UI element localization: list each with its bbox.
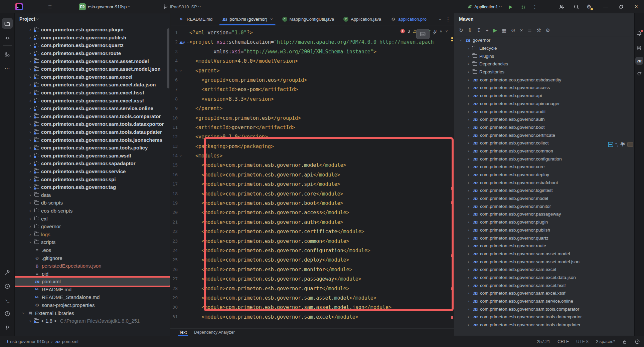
maven-tree-item[interactable]: ›mcom.primeton.esb.governor.deploy [454, 171, 634, 179]
problems-tool-icon[interactable] [2, 308, 13, 319]
project-tree-item[interactable]: ›governor [15, 223, 170, 231]
code-line[interactable]: 29 <module>com.primeton.esb.governor.sam… [170, 293, 454, 303]
maven-tree-item[interactable]: ›mcom.primeton.esb.governor.sam.asset.mo… [454, 258, 634, 266]
maven-tree-item[interactable]: ›Lifecycle [454, 44, 634, 52]
project-tree-item[interactable]: ›com.primeton.esb.governor.sam.asset.mod… [15, 65, 170, 73]
chevron-right-icon[interactable]: › [466, 125, 471, 130]
chevron-right-icon[interactable]: › [466, 109, 471, 114]
maven-tree-item[interactable]: ›mcom.primeton.esb.governor.quartz [454, 234, 634, 242]
vcs-branch-widget[interactable]: iPaaS910_SP › [163, 0, 200, 13]
editor-bottom-tab[interactable]: Text [179, 330, 187, 335]
code-line[interactable]: 21 <module>com.primeton.esb.governor.aut… [170, 218, 454, 227]
project-tree-item[interactable]: ›com.primeton.esb.governor.sam.tools.pol… [15, 144, 170, 152]
detach-icon[interactable]: × [520, 28, 523, 33]
chevron-right-icon[interactable]: › [28, 193, 32, 198]
chevron-right-icon[interactable]: › [466, 236, 471, 241]
structure-tool-icon[interactable] [2, 49, 13, 59]
maven-tree-item[interactable]: ›mcom.primeton.esb.governor.api [454, 92, 634, 100]
project-tree-item[interactable]: ›com.primeton.esb.governor.sam.asset.mod… [15, 57, 170, 65]
project-tree-item[interactable]: ›com.primeton.esb.governor.sam.tools.com… [15, 112, 170, 120]
debug-button[interactable] [518, 0, 528, 13]
maven-tree-item[interactable]: ›mcom.primeton.esb.governor.configuratio… [454, 155, 634, 163]
more-actions-button[interactable]: ⋮ [530, 0, 540, 13]
chevron-right-icon[interactable]: › [466, 275, 471, 280]
chevron-right-icon[interactable]: › [466, 220, 471, 225]
fold-chevron-icon[interactable]: › [176, 155, 185, 157]
maven-tree-item[interactable]: ›Dependencies [454, 60, 634, 68]
code-line[interactable]: 22 <module>com.primeton.esb.governor.cer… [170, 227, 454, 236]
caret-position[interactable]: 257:21 [537, 339, 550, 344]
close-button[interactable]: × [629, 0, 644, 13]
project-tree-item[interactable]: ›com.primeton.esb.governor.sapadaptor [15, 159, 170, 167]
skip-tests-icon[interactable]: ⊘ [511, 28, 515, 33]
chevron-right-icon[interactable]: › [28, 106, 32, 111]
floating-widget[interactable] [416, 29, 430, 39]
maven-tree-item[interactable]: ›mcom.primeton.esb.governor.access [454, 84, 634, 92]
chevron-right-icon[interactable]: › [28, 208, 32, 213]
project-tree-item[interactable]: ›com.primeton.esb.governor.sam.excel [15, 73, 170, 81]
maven-tree-item[interactable]: ›mcom.primeton.esb.governor.boot [454, 123, 634, 131]
chevron-right-icon[interactable]: › [28, 153, 32, 158]
editor-tab[interactable]: ⚙application.pro [386, 13, 431, 25]
chevron-down-icon[interactable]: › [21, 311, 26, 315]
maven-tree-item[interactable]: ›mcom.primeton.esb.governor.sam.excel [454, 266, 634, 274]
maven-tree-item[interactable]: ›mcom.primeton.esb.governor.publish [454, 226, 634, 234]
settings-icon[interactable]: ⚙ [546, 28, 550, 33]
chevron-right-icon[interactable]: › [28, 66, 32, 71]
project-tree-item[interactable]: ›M↓README.md [15, 286, 170, 294]
settings-button[interactable]: ⚙ [584, 0, 594, 13]
code-line[interactable]: 2m↓›<project xsi:schemaLocation="http://… [170, 37, 454, 47]
chevron-right-icon[interactable]: › [466, 148, 471, 153]
breadcrumb[interactable]: esb-governor-910sp › m pom.xml [5, 339, 78, 344]
chevron-right-icon[interactable]: › [466, 307, 471, 312]
project-tree-item[interactable]: ›com.primeton.esb.governor.sam.tools.dat… [15, 120, 170, 128]
code-line[interactable]: 13 <packaging>pom</packaging> [170, 142, 454, 151]
project-tree-item[interactable]: ›⊘.gitignore [15, 254, 170, 262]
chevron-right-icon[interactable]: › [466, 314, 471, 319]
chevron-right-icon[interactable]: › [28, 129, 32, 134]
chevron-right-icon[interactable]: › [28, 98, 32, 103]
chevron-right-icon[interactable]: › [28, 200, 32, 205]
code-line[interactable]: 31 <module>com.primeton.esb.governor.sam… [170, 312, 454, 322]
project-tree-item[interactable]: ›< 1.8 >C:\Program Files\Java\jdk1.8.0_2… [15, 317, 170, 325]
services-tool-icon[interactable] [2, 281, 13, 292]
minimize-button[interactable]: — [598, 0, 613, 13]
add-icon[interactable]: + [486, 28, 489, 33]
fold-chevron-icon[interactable]: › [176, 69, 185, 72]
main-menu-button[interactable]: ≡ [48, 0, 52, 13]
chevron-right-icon[interactable]: › [466, 61, 471, 66]
chevron-right-icon[interactable]: › [28, 145, 32, 150]
code-line[interactable]: 11 <artifactId>governor</artifactId> [170, 123, 454, 132]
tab-options-kebab-icon[interactable]: ⋮ [446, 16, 451, 22]
editor-tab[interactable]: CApplication.java [339, 13, 386, 25]
project-tree-item[interactable]: ›≡.eos [15, 246, 170, 254]
run-button[interactable]: ▶ [506, 0, 516, 13]
code-line[interactable]: 5› <parent> [170, 66, 454, 75]
restore-button[interactable] [613, 0, 629, 13]
indent-setting[interactable]: 2 spaces* [596, 339, 615, 344]
maven-tree-item[interactable]: ›mcom.primeton.esb.governor.common [454, 147, 634, 155]
project-tree-item[interactable]: ›M↓README_Standalone.md [15, 293, 170, 301]
run-config-selector[interactable]: Application1 › [467, 0, 501, 13]
project-tree-item[interactable]: ›com.primeton.esb.governor.quartz [15, 41, 170, 49]
project-tree-item[interactable]: ›db-scripts [15, 199, 170, 207]
view-options-icon[interactable]: ⚒ [536, 28, 541, 33]
code-line[interactable]: 1<?xml version="1.0"?> [170, 28, 454, 37]
maven-tree-item[interactable]: ›mcom.primeton.esb.governor.audit [454, 107, 634, 115]
maven-tree-item[interactable]: ›mcom.primeton.esb.governor.plugin [454, 218, 634, 226]
chevron-right-icon[interactable]: › [28, 318, 32, 323]
maven-tree-item[interactable]: ›mcom.primeton.esb.governor.sam.service.… [454, 297, 634, 305]
chevron-right-icon[interactable]: › [466, 228, 471, 233]
unlock-icon[interactable] [622, 339, 627, 344]
chevron-right-icon[interactable]: › [466, 156, 471, 161]
chevron-right-icon[interactable]: › [466, 133, 471, 138]
error-stripe-mark[interactable] [451, 254, 453, 257]
project-tree-item[interactable]: ›com.primeton.esb.governor.sam.service.o… [15, 104, 170, 112]
chevron-right-icon[interactable]: › [28, 121, 32, 126]
run-icon[interactable]: ▶ [493, 28, 497, 33]
maven-tree-item[interactable]: ›mcom.primeton.esb.governor.certificate [454, 131, 634, 139]
code-line[interactable]: 9 </parent> [170, 104, 454, 113]
chevron-right-icon[interactable]: › [28, 51, 32, 56]
chevron-right-icon[interactable]: › [28, 35, 32, 40]
tab-list-chevron-icon[interactable]: › [438, 19, 443, 20]
